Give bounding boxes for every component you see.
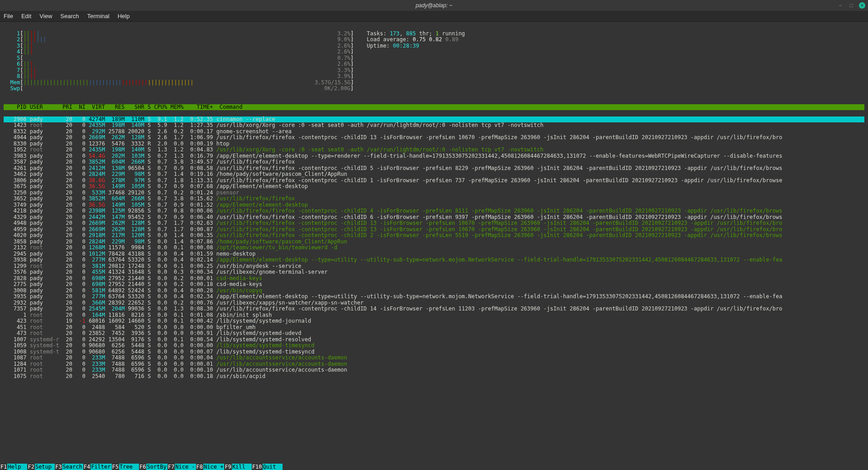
process-row[interactable]: 3938 pady 20 0 277M 63764 53320 S 0.0 0.…: [4, 257, 864, 263]
process-row[interactable]: 1087 root 20 0 233M 7488 6596 S 0.0 0.0 …: [4, 355, 864, 361]
process-row[interactable]: 4329 pady 20 0 2442M 147M 95452 S 0.7 0.…: [4, 214, 864, 221]
process-row[interactable]: 1071 root 20 0 233M 7488 6596 S 0.0 0.0 …: [4, 367, 864, 373]
fkey-F5-label[interactable]: Tree: [119, 464, 139, 470]
process-row[interactable]: 4261 pady 20 0 2412M 138M 96504 S 0.7 0.…: [4, 165, 864, 172]
process-row[interactable]: 3935 pady 20 0 277M 63764 53320 S 0.0 0.…: [4, 294, 864, 300]
menu-help[interactable]: Help: [118, 13, 130, 19]
fkey-F3[interactable]: F3: [55, 464, 62, 470]
menu-terminal[interactable]: Terminal: [87, 13, 110, 19]
menu-view[interactable]: View: [39, 13, 52, 19]
process-row[interactable]: 3675 pady 20 0 36.5G 149M 105M S 0.7 0.9…: [4, 184, 864, 190]
htop-header-row[interactable]: PID USER PRI NI VIRT RES SHR S CPU% MEM%…: [4, 104, 864, 111]
process-row[interactable]: 1299 root 20 0 381M 20812 17248 S 0.0 0.…: [4, 263, 864, 270]
fkey-F1[interactable]: F1: [0, 464, 7, 470]
menu-search[interactable]: Search: [60, 13, 79, 19]
process-row[interactable]: 423 root 19 -1 68016 16092 14660 S 0.0 0…: [4, 318, 864, 325]
window-title: pady@ablap: ~: [416, 2, 452, 9]
process-row[interactable]: 2132 root 20 0 1268M 11576 9984 S 0.0 0.…: [4, 245, 864, 251]
process-row[interactable]: 2945 pady 20 0 1012M 78428 43188 S 0.0 0…: [4, 251, 864, 257]
fkey-F4-label[interactable]: Filter: [91, 464, 111, 470]
process-row[interactable]: 4218 pady 20 0 2398M 125M 92856 S 0.7 0.…: [4, 208, 864, 214]
process-row[interactable]: 3250 pady 20 0 533M 37468 29120 S 0.7 0.…: [4, 190, 864, 196]
process-row[interactable]: 4948 pady 20 0 2669M 262M 128M S 0.7 1.7…: [4, 220, 864, 227]
fkey-F3-label[interactable]: Search: [62, 464, 83, 470]
fkey-F2-label[interactable]: Setup: [35, 464, 55, 470]
process-row[interactable]: 2932 pady 20 0 366M 28392 22652 S 0.0 0.…: [4, 300, 864, 306]
process-row[interactable]: 4020 pady 20 0 2918M 217M 120M S 0.0 1.4…: [4, 233, 864, 239]
maximize-icon[interactable]: □: [848, 2, 854, 9]
process-row[interactable]: 1007 systemd-r 20 0 24292 13504 9176 S 0…: [4, 337, 864, 343]
process-row[interactable]: 1423 root 20 0 2435M 198M 140M S 5.9 1.2…: [4, 122, 864, 129]
htop-footer[interactable]: F1HelpF2SetupF3SearchF4FilterF5TreeF6Sor…: [0, 464, 868, 470]
process-row[interactable]: 8330 pady 20 0 12376 5476 3332 R 2.0 0.0…: [4, 141, 864, 147]
process-row[interactable]: 2828 pady 20 0 698M 27952 21440 S 0.0 0.…: [4, 276, 864, 282]
process-row[interactable]: 3462 pady 20 0 2824M 229M 98M S 0.7 1.4 …: [4, 171, 864, 178]
process-row[interactable]: 451 root 20 0 2488 584 520 S 0.0 0.0 0:0…: [4, 325, 864, 331]
process-row[interactable]: 1284 root 20 0 233M 7488 6596 S 0.0 0.0 …: [4, 361, 864, 368]
process-row[interactable]: 473 root 20 0 23852 7452 3936 S 0.0 0.0 …: [4, 330, 864, 337]
process-row[interactable]: 3858 pady 20 0 2824M 229M 98M S 0.0 1.4 …: [4, 239, 864, 245]
fkey-F7[interactable]: F7: [168, 464, 175, 470]
menubar: File Edit View Search Terminal Help: [0, 11, 868, 22]
fkey-F10[interactable]: F10: [252, 464, 263, 470]
htop-meters: 1[||||| 3.2%] Tasks: 173, 885 thr; 1 run…: [4, 31, 864, 98]
process-row[interactable]: 1952 root 20 0 2435M 198M 140M S 1.3 1.2…: [4, 147, 864, 153]
fkey-F1-label[interactable]: Help: [7, 464, 27, 470]
menu-edit[interactable]: Edit: [21, 13, 31, 19]
process-row[interactable]: 3576 pady 20 0 455M 41324 31648 S 0.0 0.…: [4, 269, 864, 276]
fkey-F5[interactable]: F5: [112, 464, 119, 470]
fkey-F2[interactable]: F2: [27, 464, 34, 470]
process-row[interactable]: 4944 pady 20 0 2669M 262M 128M S 2.6 1.7…: [4, 135, 864, 141]
process-row[interactable]: 1075 root 20 0 2540 780 716 S 0.0 0.0 0:…: [4, 373, 864, 380]
fkey-F9[interactable]: F9: [224, 464, 231, 470]
htop-process-list[interactable]: 2906 pady 20 0 4274M 189M 110M S 9.1 1.2…: [4, 116, 864, 380]
window-titlebar: pady@ablap: ~ − □ ×: [0, 0, 868, 11]
fkey-F8[interactable]: F8: [196, 464, 203, 470]
fkey-F4[interactable]: F4: [83, 464, 91, 470]
process-row[interactable]: 3008 pady 20 0 581M 64892 52424 S 0.0 0.…: [4, 288, 864, 294]
minimize-icon[interactable]: −: [837, 2, 844, 9]
menu-file[interactable]: File: [4, 13, 13, 19]
process-row[interactable]: 1008 systemd-t 20 0 90680 6256 5448 S 0.…: [4, 349, 864, 355]
process-row[interactable]: 3587 pady 20 0 3852M 604M 266M S 0.7 3.8…: [4, 159, 864, 165]
process-row[interactable]: 3749 pady 20 0 36.5G 149M 105M S 0.7 0.9…: [4, 202, 864, 208]
process-row[interactable]: 4959 pady 20 0 2669M 262M 128M S 0.7 1.7…: [4, 227, 864, 233]
close-icon[interactable]: ×: [859, 2, 865, 9]
process-row[interactable]: 3652 pady 20 0 3852M 604M 266M S 0.7 3.8…: [4, 196, 864, 202]
process-row[interactable]: 3806 pady 20 0 38.6G 278M 97M S 0.7 1.8 …: [4, 178, 864, 184]
process-row[interactable]: 8332 pady 20 0 292M 25788 20020 S 2.6 0.…: [4, 129, 864, 135]
process-row[interactable]: 2775 pady 20 0 698M 27952 21440 S 0.0 0.…: [4, 281, 864, 288]
process-row[interactable]: 2906 pady 20 0 4274M 189M 110M S 9.1 1.2…: [4, 116, 864, 123]
fkey-F10-label[interactable]: Quit: [263, 464, 283, 470]
process-row[interactable]: 1 root 20 0 164M 11816 8216 S 0.0 0.1 0:…: [4, 312, 864, 319]
terminal[interactable]: 1[||||| 3.2%] Tasks: 173, 885 thr; 1 run…: [0, 22, 868, 470]
fkey-F8-label[interactable]: Nice +: [203, 464, 224, 470]
fkey-F7-label[interactable]: Nice -: [175, 464, 196, 470]
process-row[interactable]: 1059 systemd-t 20 0 90680 6256 5448 S 0.…: [4, 343, 864, 349]
fkey-F9-label[interactable]: Kill: [232, 464, 252, 470]
fkey-F6-label[interactable]: SortBy: [146, 464, 167, 470]
fkey-F6[interactable]: F6: [139, 464, 146, 470]
process-row[interactable]: 7357 pady 20 0 2545M 204M 99036 S 0.0 1.…: [4, 306, 864, 312]
process-row[interactable]: 3983 pady 20 0 54.4G 202M 103M S 0.7 1.3…: [4, 153, 864, 160]
